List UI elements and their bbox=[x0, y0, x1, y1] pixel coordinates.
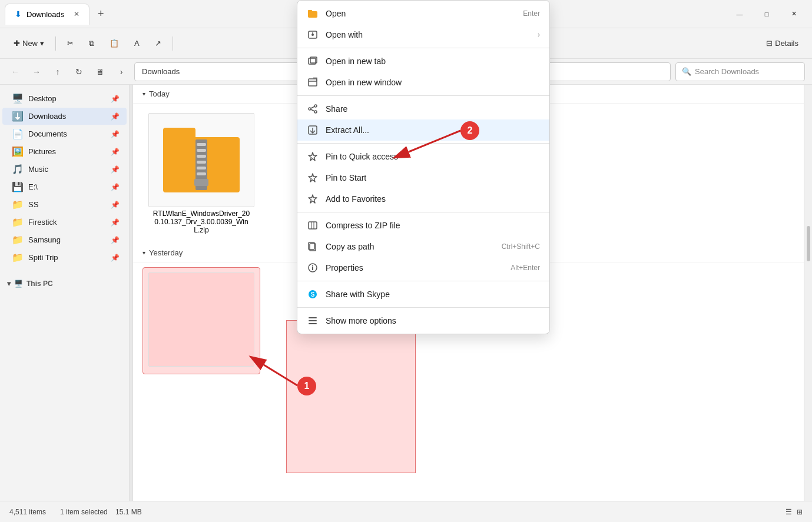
up-button[interactable]: ↑ bbox=[49, 64, 66, 80]
ss-pin-icon: 📌 bbox=[111, 201, 120, 209]
pictures-icon: 🖼️ bbox=[12, 146, 24, 157]
vertical-scrollbar-track[interactable] bbox=[804, 85, 812, 501]
search-icon: 🔍 bbox=[682, 67, 691, 76]
window-controls: — □ ✕ bbox=[726, 5, 807, 24]
ctx-open-new-tab[interactable]: Open in new tab bbox=[297, 51, 549, 72]
new-tab-button[interactable]: + bbox=[92, 5, 110, 23]
extract-all-label: Extract All... bbox=[326, 125, 369, 135]
new-window-icon bbox=[307, 77, 319, 88]
ctx-sep-4 bbox=[297, 212, 549, 212]
documents-label: Documents bbox=[28, 129, 67, 138]
file-item-yesterday-1[interactable] bbox=[142, 267, 260, 374]
ctx-open-with[interactable]: Open with › bbox=[297, 24, 549, 45]
ctx-copy-path[interactable]: Copy as path Ctrl+Shift+C bbox=[297, 236, 549, 257]
spiti-label: Spiti Trip bbox=[28, 253, 58, 262]
firestick-label: Firestick bbox=[28, 218, 57, 227]
this-pc-icon: 🖥️ bbox=[14, 280, 23, 288]
computer-icon: 🖥 bbox=[92, 64, 108, 80]
refresh-button[interactable]: ↻ bbox=[71, 64, 87, 80]
sidebar-item-firestick[interactable]: 📁 Firestick 📌 bbox=[2, 214, 127, 231]
copy-path-label: Copy as path bbox=[326, 242, 374, 251]
sidebar-item-documents[interactable]: 📄 Documents 📌 bbox=[2, 125, 127, 142]
sidebar-item-e-drive[interactable]: 💾 E:\ 📌 bbox=[2, 178, 127, 195]
sidebar: 🖥️ Desktop 📌 ⬇️ Downloads 📌 📄 Documents … bbox=[0, 85, 130, 501]
sidebar-item-samsung[interactable]: 📁 Samsung 📌 bbox=[2, 231, 127, 248]
compress-zip-icon bbox=[307, 220, 319, 231]
back-button[interactable]: ← bbox=[7, 64, 24, 80]
sidebar-this-pc-chevron: ▾ bbox=[7, 280, 11, 288]
sidebar-item-downloads[interactable]: ⬇️ Downloads 📌 bbox=[2, 108, 127, 125]
sidebar-item-pictures[interactable]: 🖼️ Pictures 📌 bbox=[2, 143, 127, 160]
view-list-icon[interactable]: ☰ bbox=[786, 508, 792, 516]
details-label: Details bbox=[775, 39, 798, 48]
search-box[interactable]: 🔍 Search Downloads bbox=[675, 62, 805, 81]
today-label: Today bbox=[149, 89, 170, 98]
samsung-label: Samsung bbox=[28, 235, 61, 244]
sidebar-item-music[interactable]: 🎵 Music 📌 bbox=[2, 161, 127, 178]
ctx-sep-5 bbox=[297, 281, 549, 281]
sidebar-item-desktop[interactable]: 🖥️ Desktop 📌 bbox=[2, 90, 127, 107]
ctx-properties[interactable]: Properties Alt+Enter bbox=[297, 257, 549, 278]
desktop-icon: 🖥️ bbox=[12, 93, 24, 104]
badge-2: 2 bbox=[460, 121, 479, 140]
ctx-more-options[interactable]: Show more options bbox=[297, 310, 549, 331]
view-grid-icon[interactable]: ⊞ bbox=[797, 508, 803, 516]
maximize-button[interactable]: □ bbox=[753, 5, 780, 24]
ctx-pin-start[interactable]: Pin to Start bbox=[297, 167, 549, 188]
music-icon: 🎵 bbox=[12, 164, 24, 175]
minimize-button[interactable]: — bbox=[726, 5, 753, 24]
new-label: New bbox=[22, 39, 38, 48]
paste-button[interactable]: 📋 bbox=[103, 35, 125, 52]
sidebar-item-spiti[interactable]: 📁 Spiti Trip 📌 bbox=[2, 249, 127, 266]
sidebar-item-ss[interactable]: 📁 SS 📌 bbox=[2, 196, 127, 213]
tab-label: Downloads bbox=[26, 10, 64, 19]
e-drive-label: E:\ bbox=[28, 182, 38, 191]
svg-marker-16 bbox=[309, 152, 317, 161]
ctx-share-skype[interactable]: S Share with Skype bbox=[297, 284, 549, 305]
open-label: Open bbox=[326, 9, 346, 18]
copy-button[interactable]: ⧉ bbox=[82, 35, 101, 52]
svg-point-10 bbox=[309, 108, 311, 110]
tab-close-button[interactable]: ✕ bbox=[74, 10, 79, 18]
rename-button[interactable]: A bbox=[128, 35, 146, 52]
ctx-compress-zip[interactable]: Compress to ZIP file bbox=[297, 215, 549, 236]
ctx-share[interactable]: Share bbox=[297, 98, 549, 119]
open-new-window-label: Open in new window bbox=[326, 78, 402, 87]
new-button[interactable]: ✚ New ▾ bbox=[7, 35, 51, 52]
item-count: 4,511 items bbox=[9, 508, 46, 516]
cut-button[interactable]: ✂ bbox=[61, 35, 80, 52]
file-item-zip[interactable]: RTLWlanE_WindowsDriver_200.10.137_Drv_3.… bbox=[142, 108, 260, 239]
path-arrow: › bbox=[113, 64, 130, 80]
music-label: Music bbox=[28, 165, 48, 174]
share-icon bbox=[307, 103, 319, 115]
details-button[interactable]: ⊟ Details bbox=[760, 35, 805, 52]
properties-shortcut: Alt+Enter bbox=[511, 264, 540, 272]
svg-point-9 bbox=[314, 105, 317, 107]
toolbar-separator-2 bbox=[173, 36, 173, 51]
ctx-sep-3 bbox=[297, 143, 549, 144]
tab-downloads[interactable]: ⬇ Downloads ✕ bbox=[5, 4, 90, 25]
ctx-sep-1 bbox=[297, 48, 549, 48]
copy-icon: ⧉ bbox=[89, 39, 94, 48]
ctx-add-favorites[interactable]: Add to Favorites bbox=[297, 188, 549, 210]
ctx-extract-all[interactable]: Extract All... bbox=[297, 119, 549, 141]
pin-quick-icon bbox=[307, 151, 319, 162]
open-with-label: Open with bbox=[326, 30, 363, 39]
ctx-open[interactable]: Open Enter bbox=[297, 3, 549, 24]
svg-rect-30 bbox=[309, 320, 317, 321]
vertical-scrollbar-thumb[interactable] bbox=[807, 226, 810, 261]
open-new-tab-label: Open in new tab bbox=[326, 56, 386, 66]
share-button[interactable]: ↗ bbox=[148, 35, 168, 52]
forward-button[interactable]: → bbox=[28, 64, 45, 80]
close-button[interactable]: ✕ bbox=[780, 5, 807, 24]
skype-icon: S bbox=[307, 288, 319, 300]
svg-point-11 bbox=[314, 111, 317, 113]
open-shortcut: Enter bbox=[523, 9, 540, 18]
ctx-pin-quick[interactable]: Pin to Quick access bbox=[297, 146, 549, 167]
svg-rect-1 bbox=[308, 10, 312, 12]
ctx-open-new-window[interactable]: Open in new window bbox=[297, 72, 549, 93]
pictures-pin-icon: 📌 bbox=[111, 148, 120, 156]
share-icon: ↗ bbox=[155, 39, 161, 48]
sidebar-this-pc[interactable]: ▾ 🖥️ This PC bbox=[0, 276, 129, 291]
svg-rect-7 bbox=[309, 79, 317, 86]
